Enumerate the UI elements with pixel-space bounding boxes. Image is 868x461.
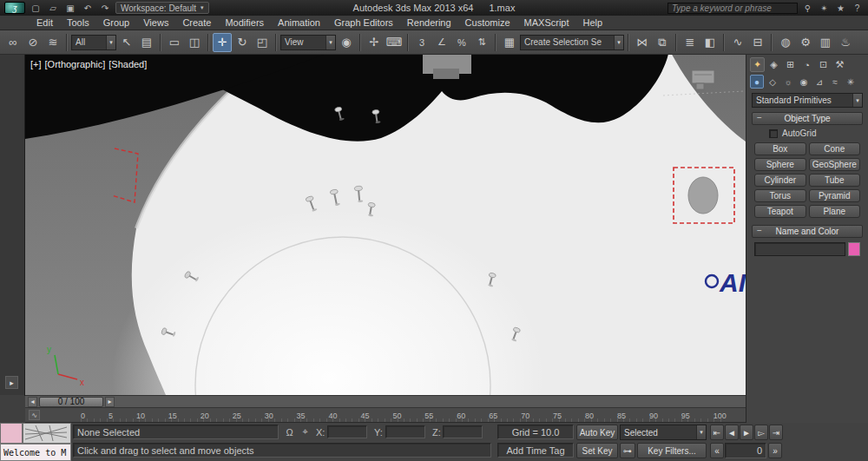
y-coordinate-field[interactable] — [385, 425, 425, 438]
add-time-tag-field[interactable]: Add Time Tag — [497, 443, 574, 458]
category-helpers-icon[interactable]: ⊿ — [812, 75, 826, 89]
geosphere-button[interactable]: GeoSphere — [809, 158, 861, 171]
time-slider-left-arrow[interactable]: ◂ — [28, 397, 37, 407]
select-and-scale-icon[interactable]: ◰ — [253, 33, 272, 52]
mirror-icon[interactable]: ⋈ — [633, 33, 652, 52]
tab-utilities[interactable]: ⚒ — [832, 57, 847, 72]
window-crossing-icon[interactable]: ◫ — [185, 33, 204, 52]
redo-icon[interactable]: ↷ — [98, 2, 112, 15]
menu-graph-editors[interactable]: Graph Editors — [327, 16, 400, 30]
selection-lock-icon[interactable]: Ω — [283, 425, 296, 439]
select-and-manipulate-icon[interactable]: ✢ — [365, 33, 384, 52]
keyboard-shortcut-override-icon[interactable]: ⌨ — [385, 33, 404, 52]
category-lights-icon[interactable]: ☼ — [781, 75, 795, 89]
menu-modifiers[interactable]: Modifiers — [218, 16, 271, 30]
viewport[interactable]: [+] [Orthographic] [Shaded] — [25, 55, 746, 395]
select-and-move-icon[interactable]: ✛ — [213, 33, 232, 52]
animate-selection-dropdown[interactable]: Selected ▾ — [620, 425, 707, 440]
bind-to-space-warp-icon[interactable]: ≋ — [43, 33, 62, 52]
unlink-selection-icon[interactable]: ⊘ — [23, 33, 43, 52]
menu-rendering[interactable]: Rendering — [400, 16, 458, 30]
cone-button[interactable]: Cone — [809, 142, 861, 155]
previous-key-button[interactable]: ◄ — [725, 425, 739, 440]
schematic-view-icon[interactable]: ⊟ — [748, 33, 767, 52]
category-systems-icon[interactable]: ✳ — [844, 75, 858, 89]
time-slider[interactable]: ◂ 0 / 100 ▸ — [25, 395, 746, 408]
previous-frame-button[interactable]: « — [710, 443, 724, 458]
absolute-mode-icon[interactable]: ⌖ — [299, 425, 312, 439]
percent-snap-icon[interactable]: % — [452, 33, 471, 52]
rollout-name-and-color[interactable]: − Name and Color — [752, 225, 863, 238]
cylinder-button[interactable]: Cylinder — [754, 174, 806, 187]
selection-filter-dropdown[interactable]: All ▾ — [71, 35, 116, 50]
select-and-rotate-icon[interactable]: ↻ — [233, 33, 252, 52]
viewport-pov-menu[interactable]: [Orthographic] — [45, 59, 106, 69]
current-frame-field[interactable]: 0 — [725, 443, 766, 458]
set-key-button[interactable]: Set Key — [576, 443, 618, 458]
set-keys-key-icon[interactable]: ⊶ — [620, 443, 635, 458]
menu-maxscript[interactable]: MAXScript — [517, 16, 576, 30]
tab-modify[interactable]: ◈ — [766, 57, 781, 72]
menu-customize[interactable]: Customize — [458, 16, 517, 30]
key-filters-button[interactable]: Key Filters... — [637, 443, 707, 458]
favorites-star-icon[interactable]: ★ — [834, 2, 847, 14]
menu-group[interactable]: Group — [96, 16, 137, 30]
go-to-end-button[interactable]: ⇥ — [769, 425, 783, 440]
selected-ellipse-object[interactable] — [688, 177, 718, 214]
pyramid-button[interactable]: Pyramid — [809, 189, 861, 202]
tab-motion[interactable]: ◔ — [799, 57, 814, 72]
play-button[interactable]: ► — [740, 425, 753, 440]
time-slider-right-arrow[interactable]: ▸ — [105, 397, 115, 407]
open-file-icon[interactable]: ▱ — [46, 2, 60, 15]
menu-create[interactable]: Create — [175, 16, 218, 30]
teapot-button[interactable]: Teapot — [754, 205, 806, 218]
3dsmax-logo-icon[interactable]: ʒ — [4, 2, 25, 14]
next-key-button[interactable]: ▻ — [754, 425, 768, 440]
render-setup-icon[interactable]: ⚙ — [796, 33, 815, 52]
search-go-icon[interactable]: ⚲ — [801, 2, 814, 14]
geometry-subcategory-dropdown[interactable]: Standard Primitives ▾ — [752, 93, 863, 108]
next-frame-button[interactable]: » — [768, 443, 782, 458]
rectangular-selection-icon[interactable]: ▭ — [165, 33, 184, 52]
welcome-window-titlebar[interactable]: Welcome to M — [0, 444, 71, 461]
help-icon[interactable]: ? — [851, 2, 864, 14]
rendered-frame-icon[interactable]: ▥ — [816, 33, 835, 52]
align-icon[interactable]: ⧉ — [653, 33, 672, 52]
sphere-button[interactable]: Sphere — [754, 158, 806, 171]
menu-views[interactable]: Views — [136, 16, 175, 30]
snaps-toggle-icon[interactable]: 3 — [412, 33, 431, 52]
menu-tools[interactable]: Tools — [60, 16, 96, 30]
torus-button[interactable]: Torus — [754, 189, 806, 202]
track-bar[interactable]: ∿ 0 5 10 15 20 25 30 35 40 45 50 55 60 6… — [25, 408, 746, 423]
use-pivot-center-icon[interactable]: ◉ — [337, 33, 356, 52]
angle-snap-icon[interactable]: ∠ — [432, 33, 451, 52]
layer-manager-icon[interactable]: ≣ — [681, 33, 700, 52]
listener-pane[interactable] — [23, 423, 71, 444]
new-scene-icon[interactable]: ▢ — [29, 2, 43, 15]
select-object-icon[interactable]: ↖ — [117, 33, 136, 52]
edit-named-selection-sets-icon[interactable]: ▦ — [500, 33, 519, 52]
menu-help[interactable]: Help — [576, 16, 610, 30]
named-selection-set-dropdown[interactable]: Create Selection Se ▾ — [520, 35, 624, 50]
viewport-shading-menu[interactable]: [Shaded] — [108, 59, 147, 69]
graphite-ribbon-icon[interactable]: ◧ — [700, 33, 720, 52]
spinner-snap-icon[interactable]: ⇅ — [472, 33, 491, 52]
undo-icon[interactable]: ↶ — [81, 2, 95, 15]
z-coordinate-field[interactable] — [443, 425, 483, 438]
menu-animation[interactable]: Animation — [271, 16, 327, 30]
object-color-swatch[interactable] — [848, 242, 860, 256]
tube-button[interactable]: Tube — [809, 174, 861, 187]
select-and-link-icon[interactable]: ∞ — [3, 33, 23, 52]
reference-coordinate-dropdown[interactable]: View ▾ — [280, 35, 336, 50]
plane-button[interactable]: Plane — [809, 205, 861, 218]
select-by-name-icon[interactable]: ▤ — [137, 33, 156, 52]
viewport-general-menu[interactable]: [+] — [30, 59, 42, 69]
save-file-icon[interactable]: ▣ — [63, 2, 77, 15]
macro-recorder-pane[interactable] — [0, 423, 23, 444]
left-panel-expand-arrow[interactable]: ▸ — [5, 376, 18, 389]
infocenter-search-input[interactable] — [667, 3, 798, 14]
x-coordinate-field[interactable] — [327, 425, 367, 438]
category-shapes-icon[interactable]: ◇ — [766, 75, 779, 89]
viewport-canvas[interactable]: AI — [25, 55, 746, 395]
render-production-icon[interactable]: ♨ — [836, 33, 855, 52]
